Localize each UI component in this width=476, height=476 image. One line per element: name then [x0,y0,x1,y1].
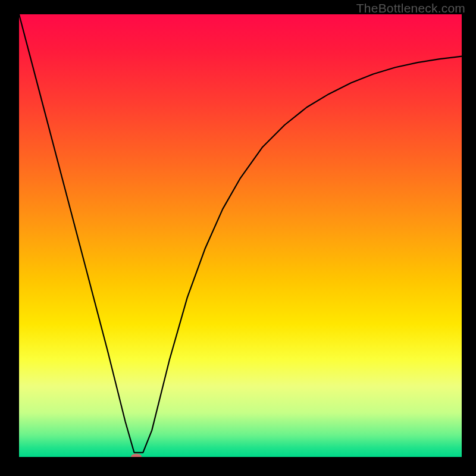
plot-area [19,14,462,457]
curve-layer [19,14,462,457]
minimum-marker [131,454,142,458]
bottleneck-curve [19,14,462,453]
chart-container: TheBottleneck.com [0,0,476,476]
watermark-text: TheBottleneck.com [356,1,465,15]
